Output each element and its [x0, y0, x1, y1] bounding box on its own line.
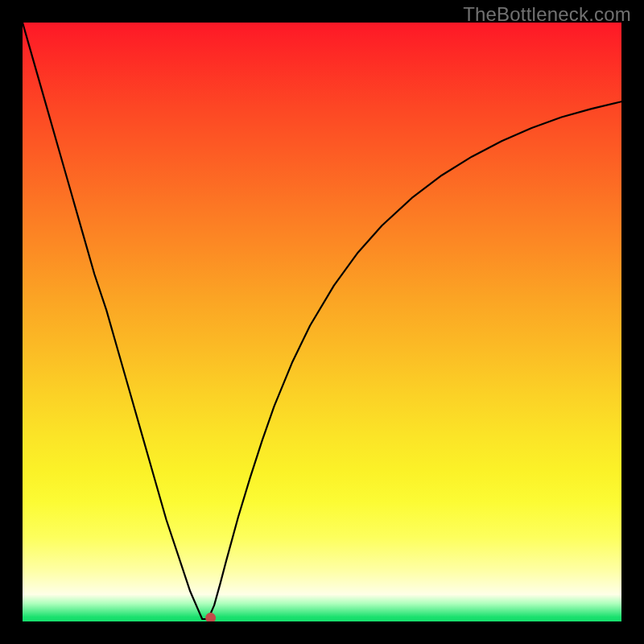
- bottleneck-curve: [23, 23, 621, 619]
- marker-dot: [205, 613, 216, 621]
- watermark-text: TheBottleneck.com: [463, 3, 631, 26]
- curve-layer: [23, 23, 621, 621]
- plot-area: [23, 23, 621, 621]
- chart-container: TheBottleneck.com: [0, 0, 644, 644]
